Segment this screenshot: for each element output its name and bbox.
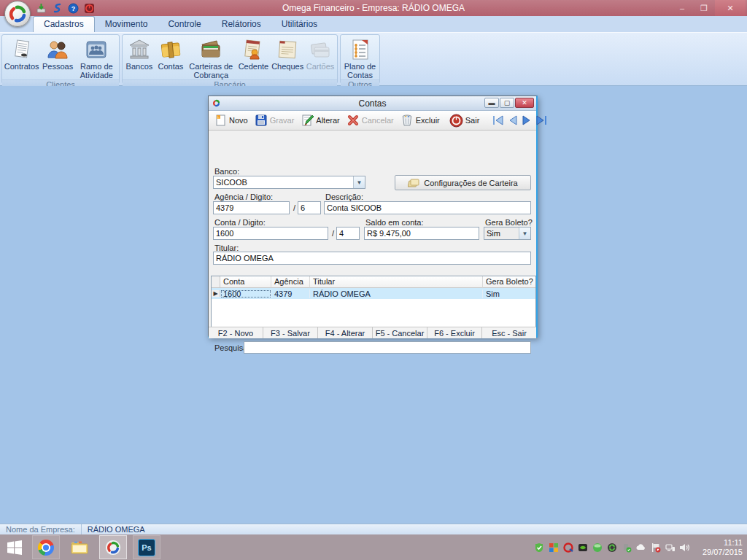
taskbar-omega-app[interactable] [99, 535, 127, 559]
taskbar-photoshop[interactable]: Ps [133, 535, 160, 559]
ribbon-item-plano-de-contas[interactable]: Plano de Contas [341, 36, 379, 79]
photoshop-icon: Ps [138, 539, 155, 556]
gravar-button: Gravar [252, 112, 299, 128]
esc-sair-key[interactable]: Esc - Sair [482, 327, 536, 338]
dialog-minimize-button[interactable]: ▬ [484, 98, 499, 108]
grid-header-gera-boleto[interactable]: Gera Boleto? [483, 276, 535, 288]
sync-arrows-icon[interactable] [606, 542, 617, 553]
titular-input[interactable] [213, 252, 531, 265]
pesquisa-input[interactable] [244, 341, 531, 354]
grid-header-titular[interactable]: Titular [310, 276, 483, 288]
new-page-icon [214, 114, 227, 127]
banco-combobox[interactable]: SICOOB ▼ [213, 176, 365, 189]
saldo-input[interactable] [364, 227, 479, 240]
tab-utilitarios[interactable]: Utilitários [271, 17, 328, 32]
excluir-button[interactable]: Excluir [398, 112, 444, 128]
tab-relatorios[interactable]: Relátorios [212, 17, 271, 32]
activity-group-icon [85, 38, 108, 61]
f6-excluir-key[interactable]: F6 - Excluir [427, 327, 482, 338]
tab-controle[interactable]: Controle [158, 17, 211, 32]
ribbon-item-contratos[interactable]: Contratos [3, 36, 40, 71]
empresa-value: RÁDIO OMEGA [82, 525, 151, 534]
conta-digito-input[interactable] [336, 227, 360, 240]
grid-indicator-header [212, 276, 220, 288]
conta-label: Conta / Digito: [214, 218, 266, 227]
people-icon [46, 38, 69, 61]
tab-movimento[interactable]: Movimento [95, 17, 158, 32]
f3-salvar-key[interactable]: F3 - Salvar [263, 327, 318, 338]
ribbon-item-ramo-de-atividade[interactable]: Ramo de Atividade [75, 36, 118, 79]
folder-accounts-icon [159, 38, 182, 61]
chevron-down-icon[interactable]: ▼ [353, 176, 365, 188]
action-center-flag-icon[interactable] [650, 542, 661, 553]
row-selector-icon: ▶ [212, 290, 220, 297]
agencia-slash: / [293, 203, 295, 212]
taskbar-chrome[interactable] [32, 535, 60, 559]
wallet-icon [199, 38, 222, 61]
volume-icon[interactable] [679, 542, 690, 553]
start-button[interactable] [0, 534, 29, 560]
ribbon-item-cheques[interactable]: Cheques [271, 36, 304, 71]
descricao-input[interactable] [324, 201, 531, 214]
chrome-icon [38, 540, 54, 556]
novo-button[interactable]: Novo [212, 112, 252, 128]
ribbon-item-contas[interactable]: Contas [155, 36, 186, 71]
close-button[interactable]: ✕ [715, 0, 746, 16]
dialog-titlebar[interactable]: Contas ▬ ▢ ✕ [209, 96, 536, 111]
table-row[interactable]: ▶ 1600 4379 RÁDIO OMEGA Sim [212, 288, 535, 299]
green-orb-icon[interactable] [592, 542, 603, 553]
antivirus-check-icon[interactable] [533, 542, 544, 553]
agencia-input[interactable] [213, 201, 290, 214]
chevron-down-icon[interactable]: ▼ [519, 228, 530, 239]
previous-record-icon[interactable] [508, 115, 518, 125]
alterar-button[interactable]: Alterar [298, 112, 344, 128]
dialog-close-button[interactable]: ✕ [515, 98, 534, 108]
ribbon-tabs: Cadastros Movimento Controle Relátorios … [0, 16, 747, 32]
cancelar-button: Cancelar [344, 112, 398, 128]
onedrive-cloud-icon[interactable] [635, 542, 646, 553]
ribbon-item-carteiras-de-cobranca[interactable]: Carteiras de Cobrança [186, 36, 236, 79]
first-record-icon[interactable] [492, 115, 504, 125]
configuracoes-carteira-button[interactable]: Configurações de Carteira [395, 175, 531, 190]
conta-input[interactable] [213, 227, 328, 240]
tab-cadastros[interactable]: Cadastros [33, 16, 95, 32]
taskbar-explorer[interactable] [66, 535, 93, 559]
cards-icon [309, 38, 332, 61]
app-logo-icon[interactable] [4, 1, 31, 27]
ribbon-group-outros: Plano de Contas Outros [340, 34, 380, 84]
network-icon[interactable] [665, 542, 676, 553]
grid-header-row: Conta Agência Titular Gera Boleto? [212, 276, 535, 288]
gera-boleto-combobox[interactable]: Sim ▼ [484, 227, 531, 240]
f5-cancelar-key[interactable]: F5 - Cancelar [373, 327, 427, 338]
empresa-label: Nome da Empresa: [0, 525, 81, 534]
device-check-icon[interactable] [621, 542, 632, 553]
security-grid-icon[interactable] [548, 542, 559, 553]
nvidia-icon[interactable] [577, 542, 588, 553]
chart-of-accounts-icon [349, 38, 372, 61]
restore-button[interactable]: ❐ [693, 0, 715, 16]
contas-dialog: Contas ▬ ▢ ✕ Novo Gravar Alterar Cancela… [208, 96, 538, 338]
next-record-icon[interactable] [522, 115, 532, 125]
ribbon-item-pessoas[interactable]: Pessoas [40, 36, 74, 71]
f4-alterar-key[interactable]: F4 - Alterar [318, 327, 373, 338]
contracts-icon [10, 38, 34, 61]
last-record-icon[interactable] [535, 115, 547, 125]
bank-icon [128, 38, 151, 61]
minimize-button[interactable]: – [671, 0, 693, 16]
ribbon: Contratos Pessoas Ramo de Atividade Clie… [0, 32, 747, 86]
grid-header-conta[interactable]: Conta [220, 276, 271, 288]
agencia-digito-input[interactable] [298, 201, 321, 214]
f2-novo-key[interactable]: F2 - Novo [209, 327, 263, 338]
sair-button[interactable]: Sair [447, 112, 484, 129]
app-titlebar: ? Omega Financeiro - Empresa: RÁDIO OMEG… [0, 0, 747, 16]
quick-swirl-icon[interactable] [562, 542, 573, 553]
ribbon-group-bancario: Bancos Contas Carteiras de Cobrança Cede… [122, 34, 338, 84]
dialog-maximize-button[interactable]: ▢ [500, 98, 514, 108]
taskbar-clock[interactable]: 11:11 29/07/2015 [703, 534, 743, 560]
trash-icon [400, 114, 414, 127]
ribbon-item-cedente[interactable]: Cedente [236, 36, 271, 71]
accounts-grid[interactable]: Conta Agência Titular Gera Boleto? ▶ 160… [211, 276, 536, 335]
ribbon-item-bancos[interactable]: Bancos [123, 36, 155, 71]
grid-header-agencia[interactable]: Agência [271, 276, 310, 288]
save-icon [255, 114, 268, 127]
